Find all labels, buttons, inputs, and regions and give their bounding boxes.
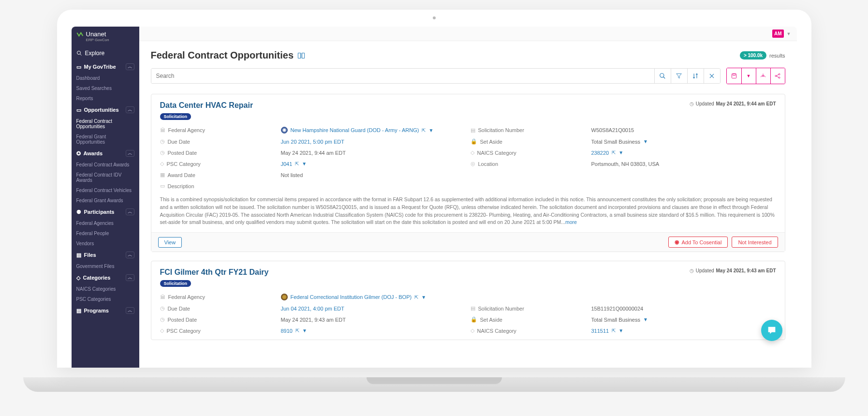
card-title-link[interactable]: FCI Gilmer 4th Qtr FY21 Dairy	[160, 268, 269, 277]
svg-point-2	[660, 74, 664, 77]
section-icon: ⚉	[76, 209, 81, 215]
psc-link[interactable]: J041 ⇱ ▼	[281, 161, 466, 167]
filter-icon[interactable]: ▼	[643, 317, 648, 322]
tree-icon[interactable]: ⇱	[295, 161, 299, 166]
filter-icon[interactable]: ▼	[618, 150, 623, 155]
naics-link[interactable]: 238220 ⇱ ▼	[591, 149, 776, 156]
clock-icon: ◷	[690, 101, 694, 106]
search-button[interactable]	[654, 69, 671, 83]
sidebar-item[interactable]: Federal Grant Opportunities	[72, 132, 139, 147]
sidebar-section-header[interactable]: ▭My GovTribe︿	[72, 60, 139, 73]
sidebar-item[interactable]: Federal Contract IDV Awards	[72, 170, 139, 185]
svg-point-10	[779, 77, 780, 78]
filter-button[interactable]	[671, 69, 687, 83]
sidebar-item[interactable]: Federal Contract Opportunities	[72, 116, 139, 132]
sort-button[interactable]	[687, 69, 704, 83]
naics-link[interactable]: 311511 ⇱ ▼	[591, 327, 776, 334]
dropdown-button[interactable]: ▼	[741, 68, 756, 84]
doc-icon: ▭	[160, 183, 165, 189]
sidebar-section-header[interactable]: ▤Programs︿	[72, 304, 139, 317]
tree-icon[interactable]: ⇱	[414, 295, 418, 300]
filter-icon[interactable]: ▼	[302, 161, 307, 166]
search-input[interactable]	[151, 69, 654, 83]
svg-point-0	[77, 51, 80, 55]
pin-icon: ◎	[471, 161, 475, 167]
due-date[interactable]: Jun 04 2021, 4:00 pm EDT	[281, 305, 466, 312]
sidebar-item[interactable]: PSC Categories	[72, 294, 139, 304]
tree-icon[interactable]: ⇱	[612, 150, 616, 155]
filter-icon[interactable]: ▼	[643, 139, 648, 144]
save-search-button[interactable]	[727, 68, 741, 84]
filter-icon[interactable]: ▼	[618, 328, 623, 333]
page-title: Federal Contract Opportunities	[151, 50, 294, 61]
description-text: This is a combined synopsis/solicitation…	[160, 196, 776, 226]
download-button[interactable]	[756, 68, 770, 84]
chat-icon	[766, 325, 777, 336]
brand-subtitle: ERP GovCon	[86, 38, 109, 42]
sidebar-item[interactable]: Federal People	[72, 228, 139, 238]
sidebar-item[interactable]: NAICS Categories	[72, 284, 139, 294]
filter-icon[interactable]: ▼	[421, 295, 426, 300]
sidebar-item[interactable]: Federal Agencies	[72, 218, 139, 228]
main-content: AM ▼ Federal Contract Opportunities > 10…	[139, 27, 797, 368]
more-link[interactable]: more	[565, 219, 577, 225]
due-date[interactable]: Jun 20 2021, 5:00 pm EDT	[281, 138, 466, 145]
svg-rect-6	[732, 74, 736, 78]
sol-number: W50S8A21Q0015	[591, 127, 776, 134]
sidebar-item[interactable]: Federal Grant Awards	[72, 195, 139, 206]
chat-bubble[interactable]	[761, 320, 782, 341]
filter-icon[interactable]: ▼	[302, 328, 307, 333]
chevron-up-icon: ︿	[126, 274, 134, 281]
section-icon: ▭	[76, 64, 81, 70]
section-icon: ▭	[76, 107, 81, 113]
book-icon[interactable]	[297, 52, 305, 59]
sidebar-explore[interactable]: Explore	[72, 46, 139, 60]
sidebar-section-header[interactable]: ◇Categories︿	[72, 271, 139, 284]
section-icon: ▤	[76, 252, 81, 258]
sidebar-section-header[interactable]: ✪Awards︿	[72, 147, 139, 160]
sidebar-section-header[interactable]: ▭Opportunities︿	[72, 104, 139, 116]
clock-icon: ◷	[690, 268, 694, 273]
sidebar-item[interactable]: Reports	[72, 93, 139, 104]
filter-icon[interactable]: ▼	[428, 128, 433, 133]
tree-icon[interactable]: ⇱	[295, 328, 299, 333]
user-menu-chevron[interactable]: ▼	[787, 31, 791, 36]
tree-icon[interactable]: ⇱	[422, 128, 426, 133]
user-avatar[interactable]: AM	[772, 30, 784, 38]
tag-icon: ◇	[160, 327, 164, 334]
clear-button[interactable]	[704, 69, 720, 83]
action-group: ▼	[726, 68, 785, 84]
agency-link[interactable]: Federal Correctional Institution Gilmer …	[281, 294, 466, 300]
clock-icon: ◷	[160, 149, 165, 156]
share-button[interactable]	[770, 68, 785, 84]
add-cosential-button[interactable]: ◉ Add To Cosential	[668, 237, 728, 248]
sidebar-item[interactable]: Dashboard	[72, 73, 139, 83]
results-count: > 100.0k results	[740, 51, 785, 59]
opportunity-card: Data Center HVAC Repair Solicitation ◷ U…	[151, 94, 785, 252]
sidebar-item[interactable]: Vendors	[72, 238, 139, 249]
updated-info: ◷ Updated May 24 2021, 9:44 am EDT	[690, 101, 776, 106]
svg-line-11	[777, 74, 779, 75]
doc-icon: ▤	[471, 305, 475, 312]
psc-link[interactable]: 8910 ⇱ ▼	[281, 327, 466, 334]
section-icon: ▤	[76, 308, 81, 314]
sidebar-item[interactable]: Saved Searches	[72, 83, 139, 93]
search-group	[151, 68, 721, 84]
chevron-up-icon: ︿	[126, 106, 134, 113]
card-title-link[interactable]: Data Center HVAC Repair	[160, 101, 253, 110]
sidebar-item[interactable]: Federal Contract Vehicles	[72, 185, 139, 195]
sidebar-item[interactable]: Federal Contract Awards	[72, 160, 139, 170]
section-label: My GovTribe	[84, 64, 116, 70]
section-label: Awards	[84, 150, 103, 156]
sidebar-section-header[interactable]: ▤Files︿	[72, 249, 139, 261]
doc-icon: ▤	[471, 127, 475, 134]
tree-icon[interactable]: ⇱	[612, 328, 616, 333]
sidebar: Unanet ERP GovCon Explore ▭My GovTribe︿D…	[72, 27, 139, 368]
not-interested-button[interactable]: Not Interested	[732, 237, 778, 248]
agency-link[interactable]: New Hampshire National Guard (DOD - Army…	[281, 127, 466, 134]
section-icon: ◇	[76, 275, 80, 281]
sidebar-item[interactable]: Government Files	[72, 261, 139, 271]
agency-seal-icon	[281, 294, 288, 300]
sidebar-section-header[interactable]: ⚉Participants︿	[72, 206, 139, 218]
view-button[interactable]: View	[158, 237, 182, 248]
